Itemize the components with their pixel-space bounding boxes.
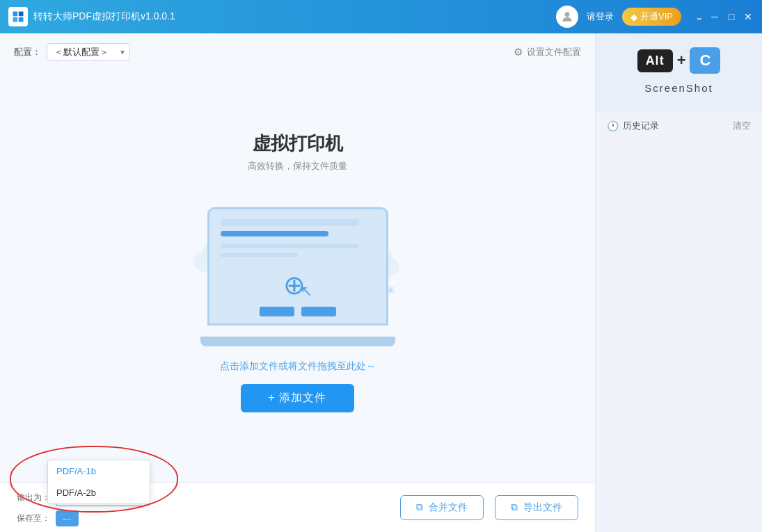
left-panel: 配置： ＜默认配置＞ ▾ ⚙ 设置文件配置 虚拟打印机 高效转换，保持文件质量: [0, 33, 595, 532]
history-left: 🕐 历史记录: [607, 120, 659, 132]
printer-subtitle: 高效转换，保持文件质量: [248, 160, 347, 172]
config-label: 配置：: [14, 46, 41, 58]
export-button[interactable]: ⧉ 导出文件: [495, 495, 578, 520]
screenshot-label: ScreenShot: [644, 82, 713, 94]
bottom-bar: 输出为： PDF/A-1b PDF/A-2b ▴ 保存至： ··· PD: [0, 482, 595, 532]
dropdown-item-pdfa1b[interactable]: PDF/A-1b: [48, 460, 150, 482]
window-controls: ⌄ ─ □ ✕: [695, 11, 754, 22]
shortcut-display: Alt + C: [637, 47, 721, 74]
title-bar-left: 转转大师PDF虚拟打印机v1.0.0.1: [8, 7, 175, 26]
merge-button[interactable]: ⧉ 合并文件: [400, 495, 484, 520]
app-title: 转转大师PDF虚拟打印机v1.0.0.1: [33, 10, 175, 23]
dropdown-item-pdfa2b[interactable]: PDF/A-2b: [48, 482, 150, 503]
user-avatar[interactable]: [556, 6, 578, 28]
save-label: 保存至：: [17, 513, 50, 524]
printer-illustration: + + ✳ ⊕ ↖: [180, 193, 416, 346]
main-layout: 配置： ＜默认配置＞ ▾ ⚙ 设置文件配置 虚拟打印机 高效转换，保持文件质量: [0, 33, 762, 532]
screen-line-3: [221, 244, 360, 248]
screen-lines: [221, 219, 375, 257]
config-select-wrap: ＜默认配置＞ ▾: [47, 43, 130, 61]
add-hint: 点击添加文件或将文件拖拽至此处～: [220, 360, 376, 373]
screen-line-4: [221, 253, 298, 257]
config-select[interactable]: ＜默认配置＞: [47, 43, 130, 61]
plus-sign: +: [677, 51, 686, 70]
settings-label: 设置文件配置: [527, 46, 581, 58]
clear-button[interactable]: 清空: [733, 120, 751, 132]
clock-icon: 🕐: [607, 120, 619, 131]
config-bar: 配置： ＜默认配置＞ ▾ ⚙ 设置文件配置: [0, 33, 595, 67]
screenshot-box: Alt + C ScreenShot: [596, 33, 762, 111]
dropdown-icon[interactable]: ⌄: [695, 11, 704, 22]
history-bar: 🕐 历史记录 清空: [596, 111, 762, 138]
title-bar-right: 请登录 ◆ 开通VIP ⌄ ─ □ ✕: [556, 6, 754, 28]
title-bar: 转转大师PDF虚拟打印机v1.0.0.1 请登录 ◆ 开通VIP ⌄ ─ □ ✕: [0, 0, 762, 33]
bottom-right: ⧉ 合并文件 ⧉ 导出文件: [400, 495, 578, 520]
svg-rect-0: [13, 12, 18, 17]
settings-link[interactable]: ⚙ 设置文件配置: [514, 46, 581, 58]
cursor-arrow-icon: ↖: [300, 282, 312, 300]
c-key-badge: C: [690, 47, 720, 74]
maximize-button[interactable]: □: [726, 11, 737, 22]
output-label: 输出为：: [17, 492, 50, 503]
app-icon: [8, 7, 28, 26]
save-row: 保存至： ···: [17, 510, 146, 526]
screen-btn-2: [301, 307, 336, 316]
minimize-button[interactable]: ─: [709, 11, 720, 22]
screen-buttons: [260, 307, 336, 316]
printer-title: 虚拟打印机: [253, 131, 343, 156]
right-panel: Alt + C ScreenShot 🕐 历史记录 清空: [595, 33, 762, 532]
merge-icon: ⧉: [416, 501, 423, 513]
screen-line-1: [221, 219, 360, 226]
svg-rect-3: [19, 17, 24, 22]
diamond-icon: ◆: [630, 12, 637, 22]
gear-icon: ⚙: [514, 46, 523, 58]
cursor-area: ⊕ ↖: [283, 263, 312, 307]
screen-btn-1: [260, 307, 294, 316]
bottom-left: 输出为： PDF/A-1b PDF/A-2b ▴ 保存至： ··· PD: [17, 489, 146, 526]
add-file-button[interactable]: + 添加文件: [241, 384, 355, 412]
more-options-button[interactable]: ···: [56, 510, 79, 526]
alt-key-badge: Alt: [637, 49, 673, 72]
laptop-screen: ⊕ ↖: [207, 207, 388, 325]
login-button[interactable]: 请登录: [587, 10, 614, 23]
screen-line-2: [221, 231, 328, 236]
laptop-base: [200, 337, 395, 346]
history-label: 历史记录: [623, 120, 659, 132]
svg-point-4: [565, 12, 570, 17]
vip-button[interactable]: ◆ 开通VIP: [622, 8, 681, 26]
output-dropdown: PDF/A-1b PDF/A-2b: [47, 460, 150, 504]
close-button[interactable]: ✕: [743, 11, 754, 22]
config-left: 配置： ＜默认配置＞ ▾: [14, 43, 130, 61]
export-icon: ⧉: [511, 501, 518, 513]
svg-rect-1: [19, 12, 24, 17]
svg-rect-2: [13, 17, 18, 22]
